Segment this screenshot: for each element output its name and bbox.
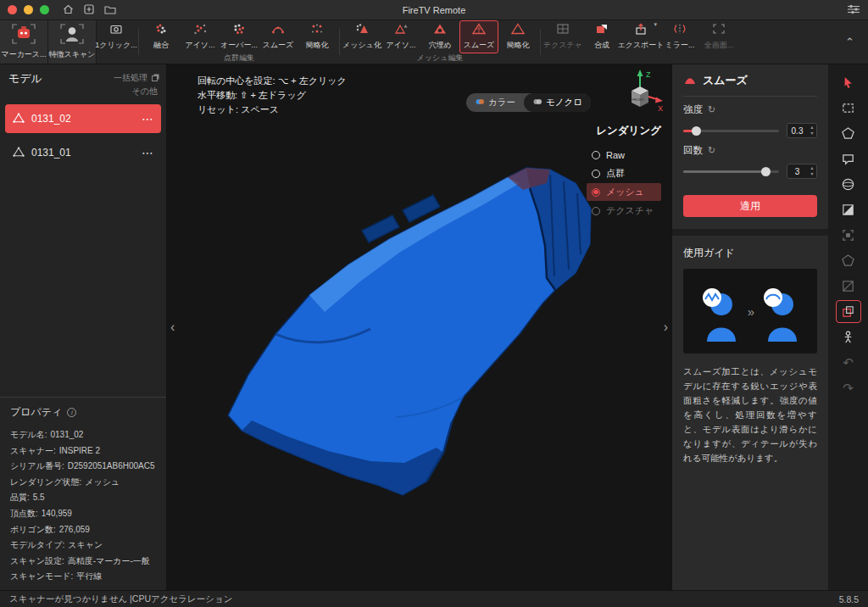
settings-sliders-icon[interactable] [847,3,860,18]
strength-reset-icon[interactable]: ↻ [708,104,715,115]
guide-smooth-bust-image [758,279,804,343]
model-name: 0131_01 [31,147,71,159]
tool-label: エクスポート [617,40,664,51]
redo-icon[interactable]: ↷ [836,376,861,399]
zoom-window-button[interactable] [40,5,49,14]
contrast-icon[interactable] [836,198,861,221]
apply-button[interactable]: 適用 [683,195,817,217]
app-window: FireTV Remote マーカース... 特徴スキャン 1クリック... [0,0,868,607]
tool-pc-simplify[interactable]: 簡略化 [298,20,337,53]
iterations-value-stepper[interactable]: 3 ▲▼ [787,164,817,179]
tool-fullscreen[interactable]: 全画面... [699,20,738,53]
tool-hole-fill[interactable]: 穴埋め [420,20,459,53]
tool-texture[interactable]: テクスチャ [543,20,582,53]
tool-one-click[interactable]: 1クリック... [97,20,136,53]
rendering-option-texture[interactable]: テクスチャ [587,202,661,220]
toolbar-separator [339,29,340,55]
strength-slider-handle[interactable] [692,126,701,136]
model-list-item[interactable]: 0131_01 ⋯ [5,138,161,167]
step-down-icon[interactable]: ▼ [810,131,814,136]
strength-slider[interactable] [683,125,779,136]
toolbar-collapse-chevron[interactable]: ⌃ [832,36,868,48]
iterations-slider-handle[interactable] [761,167,771,176]
tool-mesh-smooth[interactable]: スムーズ [459,20,498,53]
iterations-reset-icon[interactable]: ↻ [708,145,715,156]
tool-pc-isolation[interactable]: アイソ... [181,20,220,53]
pointcloud-edit-group: 融合 アイソ... オーバー... スムーズ 簡略化 [142,20,337,64]
radio-selected-icon [592,188,600,197]
toolbar-separator [540,29,541,55]
select-tool-icon[interactable] [836,71,861,94]
tool-pc-smooth[interactable]: スムーズ [259,20,298,53]
pentagon-tool-icon[interactable] [836,249,861,272]
group-label-spacer [97,53,136,64]
new-project-icon[interactable] [84,3,94,18]
help-line: 水平移動: ⇧ + 左ドラッグ [198,88,347,103]
tool-label: オーバー... [220,40,258,51]
traffic-lights [8,5,49,14]
tool-export[interactable]: ▾ エクスポート [621,20,660,53]
guide-illustration: » [683,269,817,354]
pointcloud-simplify-icon [310,23,324,38]
strength-value: 0.3 [787,126,807,136]
panel-toggle-icon[interactable] [836,300,861,323]
strength-value-stepper[interactable]: 0.3 ▲▼ [787,123,817,138]
sphere-view-icon[interactable] [836,173,861,196]
tool-label: 簡略化 [507,40,530,51]
iterations-slider[interactable] [683,166,779,177]
viewport-3d[interactable]: 回転の中心を設定: ⌥ + 左クリック 水平移動: ⇧ + 左ドラッグ リセット… [167,64,671,590]
property-row: 品質:5.5 [10,490,156,506]
home-icon[interactable] [63,3,74,18]
orientation-gizmo[interactable]: Z X FRONT [618,66,665,119]
step-up-icon[interactable]: ▲ [810,165,814,170]
tool-mirror[interactable]: ミラー... [660,20,699,53]
step-up-icon[interactable]: ▲ [810,125,814,130]
info-icon[interactable]: i [67,408,76,417]
help-line: リセット: スペース [198,103,347,117]
pose-tool-icon[interactable] [836,326,861,348]
mono-mode-icon [532,97,542,108]
toggle-color-option[interactable]: カラー [466,93,524,112]
tool-pc-overlap[interactable]: オーバー... [220,20,259,53]
help-line: 回転の中心を設定: ⌥ + 左クリック [198,74,347,88]
model-menu-icon[interactable]: ⋯ [142,112,153,125]
model-menu-icon[interactable]: ⋯ [142,146,153,159]
model-list-item[interactable]: 0131_02 ⋯ [5,104,161,133]
tool-meshify[interactable]: メッシュ化 [342,20,381,53]
tool-composite[interactable]: 合成 [582,20,621,53]
tool-label: 1クリック... [95,40,136,51]
rendering-option-mesh[interactable]: メッシュ [587,183,661,201]
collapse-right-panel-chevron[interactable]: › [661,309,670,345]
rendering-option-pointcloud[interactable]: 点群 [587,164,661,182]
open-folder-icon[interactable] [104,3,116,18]
polygon-select-icon[interactable] [836,122,861,145]
property-row: スキャナー:INSPIRE 2 [10,443,156,459]
close-window-button[interactable] [8,5,17,14]
tool-mesh-simplify[interactable]: 簡略化 [498,20,537,53]
property-value: 5.5 [33,490,45,506]
step-down-icon[interactable]: ▼ [810,171,814,176]
sidebar-header: モデル 一括処理 その他 [0,64,166,102]
tool-fusion[interactable]: 融合 [142,20,181,53]
plane-cut-icon[interactable] [836,275,861,298]
tool-mesh-isolation[interactable]: アイソ... [381,20,420,53]
mesh-smooth-icon [472,23,486,38]
tool-feature-scan[interactable]: 特徴スキャン [48,20,97,64]
tool-marker-scan[interactable]: マーカース... [0,20,48,64]
batch-process-button[interactable]: 一括処理 [114,71,158,85]
rendering-option-label: メッシュ [606,186,644,198]
collapse-left-panel-chevron[interactable]: ‹ [168,309,177,345]
other-button[interactable]: その他 [132,86,158,96]
property-value: 高精度-マーカー-一般 [68,554,150,570]
toggle-mono-option[interactable]: モノクロ [524,93,591,112]
minimize-window-button[interactable] [24,5,33,14]
rect-select-icon[interactable] [836,97,861,120]
rendering-option-raw[interactable]: Raw [587,146,661,164]
rendering-option-label: テクスチャ [606,204,654,217]
batch-process-icon [152,75,158,81]
fit-view-icon[interactable] [836,224,861,247]
property-label: モデルタイプ: [10,537,64,554]
gizmo-x-label: X [658,104,663,113]
undo-icon[interactable]: ↶ [836,351,861,374]
comment-icon[interactable] [836,148,861,170]
